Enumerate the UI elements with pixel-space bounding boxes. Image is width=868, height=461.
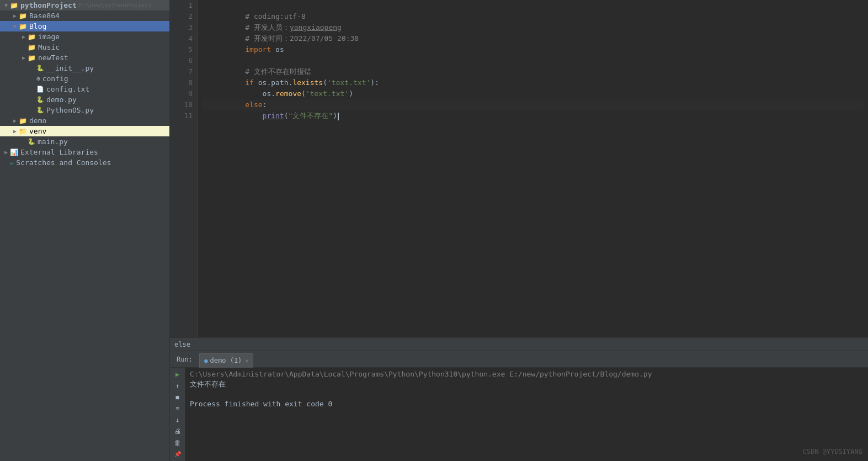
run-tab-icon: ● [204, 357, 208, 364]
sidebar-item-label: image [38, 33, 60, 41]
sidebar-item-label: PythonOS.py [46, 106, 94, 114]
sidebar-item-config-txt[interactable]: 📄 config.txt [0, 84, 169, 94]
run-tab-close[interactable]: × [245, 358, 248, 364]
sidebar-item-PythonOS-py[interactable]: 🐍 PythonOS.py [0, 105, 169, 115]
run-down-button[interactable]: ↓ [172, 416, 183, 425]
run-tab-demo[interactable]: ● demo (1) × [199, 353, 253, 368]
expand-arrow [11, 23, 19, 29]
txt-file-icon: 📄 [36, 86, 44, 93]
run-trash-button[interactable]: 🗑 [172, 438, 183, 448]
editor-area: 1 2 3 4 5 6 7 8 9 10 11 # coding:utf-8 # [170, 0, 868, 461]
sidebar-item-newTest[interactable]: 📁 newTest [0, 52, 169, 63]
folder-icon: 📁 [19, 117, 27, 125]
run-up-button[interactable]: ↑ [172, 381, 183, 391]
run-tabs-bar: Run: ● demo (1) × [170, 351, 868, 368]
python-file-icon: 🐍 [36, 107, 44, 114]
run-content: ▶ ↑ ■ ≡ ↓ 🖨 🗑 📌 C:\Users\Administrator\A… [170, 368, 868, 461]
sidebar-item-init-py[interactable]: 🐍 __init__.py [0, 63, 169, 73]
expand-arrow [2, 2, 10, 8]
expand-arrow [11, 128, 19, 134]
folder-icon: 📁 [28, 33, 36, 41]
sidebar-item-label: Blog [29, 22, 46, 30]
run-output-line-1: 文件不存在 [190, 379, 864, 389]
sidebar-item-label: Base864 [29, 12, 60, 20]
sidebar-item-config[interactable]: ⚙ config [0, 73, 169, 84]
sidebar-item-label: Music [38, 43, 60, 51]
config-file-icon: ⚙ [36, 75, 40, 82]
sidebar-item-label: config [42, 75, 68, 83]
sidebar-item-label: newTest [38, 54, 68, 62]
python-file-icon: 🐍 [36, 96, 44, 103]
sidebar-item-Blog[interactable]: 📁 Blog [0, 21, 169, 31]
code-editor[interactable]: 1 2 3 4 5 6 7 8 9 10 11 # coding:utf-8 # [170, 0, 868, 337]
sidebar-item-label: demo [29, 116, 46, 125]
run-stop-button[interactable]: ■ [172, 393, 183, 402]
code-line-5 [202, 44, 864, 55]
expand-arrow [2, 149, 10, 155]
folder-icon: 📁 [19, 23, 27, 30]
line-numbers: 1 2 3 4 5 6 7 8 9 10 11 [170, 0, 198, 337]
sidebar-item-label: venv [29, 127, 46, 135]
file-tree[interactable]: 📁 pythonProject E:\new\pythonProject 📁 B… [0, 0, 170, 461]
sidebar-item-demo[interactable]: 📁 demo [0, 115, 169, 126]
sidebar-item-label: __init__.py [46, 64, 94, 72]
folder-icon: 📁 [19, 128, 27, 135]
sidebar-item-demo-py[interactable]: 🐍 demo.py [0, 94, 169, 105]
run-pin-button[interactable]: 📌 [172, 449, 183, 459]
folder-icon: 📁 [10, 2, 18, 9]
expand-arrow [11, 13, 19, 19]
sidebar-item-scratches[interactable]: ✏ Scratches and Consoles [0, 157, 169, 168]
run-panel: Run: ● demo (1) × ▶ ↑ ■ ≡ ↓ 🖨 🗑 📌 [170, 351, 868, 461]
sidebar-item-image[interactable]: 📁 image [0, 31, 169, 42]
run-output: C:\Users\Administrator\AppData\Local\Pro… [185, 368, 868, 461]
code-line-10: print("文件不存在") [202, 99, 864, 110]
code-line-1: # coding:utf-8 [202, 0, 864, 11]
sidebar-item-label: External Libraries [20, 148, 98, 156]
sidebar-item-Base864[interactable]: 📁 Base864 [0, 10, 169, 21]
editor-breadcrumb: else [170, 337, 868, 351]
sidebar-item-label: pythonProject [20, 1, 77, 9]
run-label: Run: [172, 356, 197, 363]
sidebar-item-label: main.py [38, 137, 68, 146]
expand-arrow [20, 55, 28, 61]
python-file-icon: 🐍 [36, 65, 44, 72]
folder-icon: 📁 [19, 12, 27, 20]
folder-icon: 📁 [28, 54, 36, 62]
sidebar-item-Music[interactable]: 📁 Music [0, 42, 169, 52]
scratch-icon: ✏ [10, 159, 14, 167]
code-lines[interactable]: # coding:utf-8 # 开发人员：yangxiaopeng # 开发时… [198, 0, 868, 337]
folder-icon: 📁 [28, 44, 36, 51]
sidebar-item-pythonProject[interactable]: 📁 pythonProject E:\new\pythonProject [0, 0, 169, 10]
sidebar-item-venv[interactable]: 📁 venv [0, 126, 169, 136]
run-print-button[interactable]: 🖨 [172, 427, 183, 436]
run-command-line: C:\Users\Administrator\AppData\Local\Pro… [190, 370, 864, 378]
watermark: CSDN @YYDSIYANG [803, 448, 862, 455]
run-format-button[interactable]: ≡ [172, 404, 183, 414]
python-file-icon: 🐍 [28, 138, 35, 145]
expand-arrow [20, 34, 28, 40]
code-line-6: # 文件不存在时报错 [202, 55, 864, 66]
sidebar-item-label: config.txt [46, 85, 89, 93]
sidebar-item-label: Scratches and Consoles [16, 158, 111, 167]
project-path: E:\new\pythonProject [79, 2, 152, 9]
sidebar-item-label: demo.py [46, 96, 77, 104]
run-output-line-3: Process finished with exit code 0 [190, 400, 864, 408]
sidebar-item-external-libraries[interactable]: 📊 External Libraries [0, 147, 169, 157]
run-play-button[interactable]: ▶ [172, 370, 183, 379]
breadcrumb-text: else [174, 341, 190, 348]
run-tab-name: demo (1) [210, 357, 242, 364]
sidebar-item-main-py[interactable]: 🐍 main.py [0, 136, 169, 147]
run-controls: ▶ ↑ ■ ≡ ↓ 🖨 🗑 📌 [170, 368, 185, 461]
external-lib-icon: 📊 [10, 149, 18, 156]
expand-arrow [11, 118, 19, 124]
run-output-line-2 [190, 390, 864, 399]
